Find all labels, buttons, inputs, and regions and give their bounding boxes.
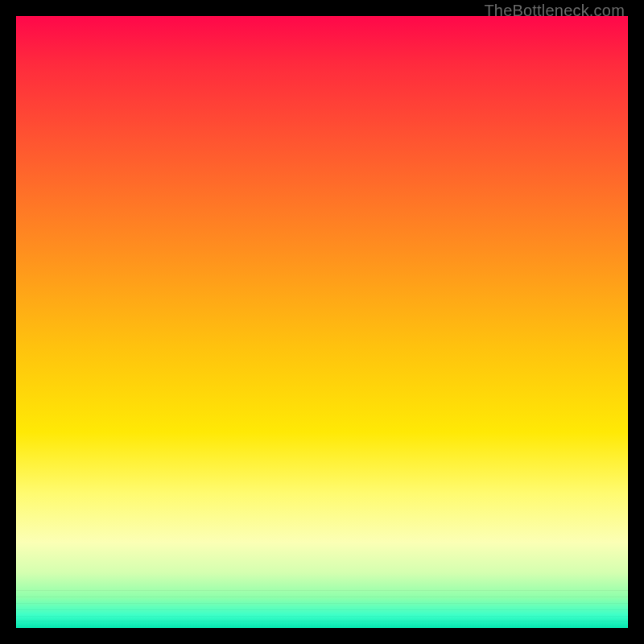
band-line xyxy=(16,597,628,597)
band-line xyxy=(16,621,628,621)
band-line xyxy=(16,609,628,610)
band-line xyxy=(16,616,628,617)
band-line xyxy=(16,603,628,604)
plot-area xyxy=(16,16,628,628)
gradient-background xyxy=(16,16,628,628)
watermark-text: TheBottleneck.com xyxy=(484,2,625,20)
band-line xyxy=(16,590,628,591)
chart-frame: TheBottleneck.com xyxy=(0,0,644,644)
